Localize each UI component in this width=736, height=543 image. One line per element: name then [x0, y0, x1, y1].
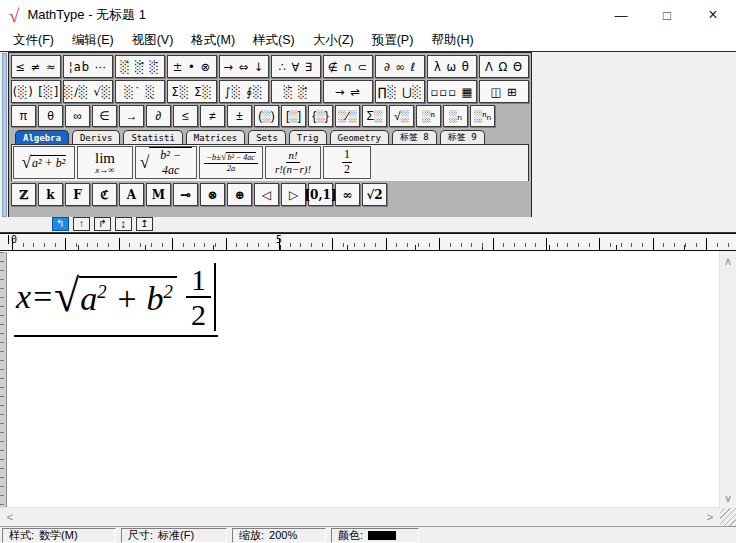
small-symbol-button[interactable]: → [119, 105, 144, 127]
user-symbol-button[interactable]: F [65, 183, 90, 206]
small-symbol-button[interactable]: Σ░ [362, 105, 387, 127]
small-symbol-button[interactable]: ≤ [173, 105, 198, 127]
status-color[interactable]: 颜色: [331, 528, 419, 543]
menu-item[interactable]: 编辑(E) [63, 30, 123, 51]
expr-combination-button[interactable]: n! r!(n−r)! [265, 146, 321, 179]
mathtype-logo-icon[interactable]: √ [9, 6, 19, 25]
small-symbol-button[interactable]: ≠ [200, 105, 225, 127]
menu-item[interactable]: 预置(P) [363, 30, 423, 51]
category-tab[interactable]: Sets [248, 130, 286, 144]
expr-sqrt-a2b2-button[interactable]: √a² + b² [13, 146, 75, 179]
small-symbol-button[interactable]: π [11, 105, 36, 127]
category-tab[interactable]: Geometry [330, 130, 389, 144]
small-symbol-button[interactable]: √░ [389, 105, 414, 127]
symbol-palette-button[interactable]: λ ω θ [427, 55, 477, 78]
template-palette-button[interactable]: ∫░ ∮░ [219, 80, 269, 103]
symbol-palette-button[interactable]: → ⇔ ↓ [219, 55, 269, 78]
tabstop-alignment-button[interactable]: ↥ [136, 217, 153, 231]
minimize-button[interactable]: — [598, 0, 644, 30]
scroll-right-icon[interactable]: > [702, 509, 718, 525]
user-symbol-button[interactable]: ▷ [281, 183, 306, 206]
category-tab[interactable]: 标签 9 [440, 130, 485, 144]
expr-limit-button[interactable]: lim x→∞ [77, 146, 133, 179]
template-palette-button[interactable]: ◫ ⊞ [479, 80, 529, 103]
small-symbol-button[interactable]: ∈ [92, 105, 117, 127]
menu-item[interactable]: 帮助(H) [422, 30, 482, 51]
user-symbol-button[interactable]: ⊸ [173, 183, 198, 206]
menu-item[interactable]: 视图(V) [123, 30, 183, 51]
small-symbol-button[interactable]: ∂ [146, 105, 171, 127]
symbol-palette-button[interactable]: ¦ab ⋯ [63, 55, 113, 78]
scroll-down-icon[interactable]: ∨ [720, 490, 736, 506]
tabstop-alignment-button[interactable]: ↑ [73, 217, 90, 231]
template-palette-button[interactable]: ∏░ ⋃░ [375, 80, 425, 103]
expr-one-half-button[interactable]: 1 2 [323, 146, 371, 179]
small-symbol-button[interactable]: ∞ [65, 105, 90, 127]
toolbar-grip-handle[interactable] [2, 53, 7, 217]
small-symbol-button[interactable]: (░) [254, 105, 279, 127]
status-zoom[interactable]: 缩放: 200% [232, 528, 326, 543]
expr-discriminant-button[interactable]: √b² − 4ac [135, 146, 197, 179]
vertical-scrollbar[interactable]: ∧ ∨ [719, 251, 736, 508]
small-symbol-button[interactable]: ░ₙ [443, 105, 468, 127]
category-tab[interactable]: Algebra [15, 130, 69, 144]
symbol-palette-button[interactable]: Λ Ω Θ [479, 55, 529, 78]
category-tab[interactable]: Trig [289, 130, 327, 144]
user-symbol-button[interactable]: M [146, 183, 171, 206]
category-tab[interactable]: Matrices [186, 130, 245, 144]
small-symbol-button[interactable]: ░∕░ [335, 105, 360, 127]
template-palette-button[interactable]: ░∕░ √░ [63, 80, 113, 103]
symbol-palette-button[interactable]: ± • ⊗ [167, 55, 217, 78]
template-palette-button[interactable]: ░˙ ░̣ [115, 80, 165, 103]
menu-item[interactable]: 文件(F) [4, 30, 63, 51]
symbol-palette-button[interactable]: ≤ ≠ ≈ [11, 55, 61, 78]
expr-quadratic-formula-button[interactable]: −b±√b² − 4ac 2a [199, 146, 263, 179]
user-symbol-button[interactable]: A [119, 183, 144, 206]
template-palette-button[interactable]: Σ░ Σ░ [167, 80, 217, 103]
menu-item[interactable]: 大小(Z) [304, 30, 363, 51]
maximize-button[interactable]: □ [644, 0, 690, 30]
small-symbol-button[interactable]: ░ⁿ [416, 105, 441, 127]
tabstop-alignment-button[interactable]: ↱ [94, 217, 111, 231]
small-symbol-button[interactable]: θ [38, 105, 63, 127]
menu-item[interactable]: 样式(S) [244, 30, 304, 51]
symbol-palette-button[interactable]: ░́ ░⃗ ░̈ [115, 55, 165, 78]
category-tab[interactable]: Statisti [123, 130, 182, 144]
small-symbol-button[interactable]: ░ⁿₙ [470, 105, 495, 127]
horizontal-scrollbar[interactable]: < > [0, 507, 720, 526]
menu-item[interactable]: 格式(M) [182, 30, 244, 51]
small-symbol-button[interactable]: {░} [308, 105, 333, 127]
equation-canvas[interactable]: x= √ a2 + b2 1 2 ∧ ∨ < > [0, 251, 736, 526]
user-symbol-button[interactable]: ∞ [335, 183, 360, 206]
small-symbol-button[interactable]: [░] [281, 105, 306, 127]
status-style[interactable]: 样式: 数学(M) [2, 528, 116, 543]
scroll-left-icon[interactable]: < [2, 509, 18, 525]
symbol-palette-button[interactable]: ∂ ∞ ℓ [375, 55, 425, 78]
user-symbol-button[interactable]: ⊗ [200, 183, 225, 206]
symbol-palette-button[interactable]: ∴ ∀ ∃ [271, 55, 321, 78]
template-palette-button[interactable]: ░̄ ░⃗ [271, 80, 321, 103]
user-symbol-button[interactable]: ℭ [92, 183, 117, 206]
tabstop-alignment-button[interactable]: ↰ [52, 217, 69, 231]
template-palette-button[interactable]: ▫▫▫ ▦ [427, 80, 477, 103]
status-size[interactable]: 尺寸: 标准(F) [121, 528, 227, 543]
user-symbol-button[interactable]: √2 [362, 183, 387, 206]
close-button[interactable]: × [690, 0, 736, 30]
tabstop-alignment-button[interactable]: ↨ [115, 217, 132, 231]
user-symbol-button[interactable]: ℤ [11, 183, 36, 206]
category-tab[interactable]: 标签 8 [392, 130, 437, 144]
horizontal-ruler[interactable]: 0 5 [0, 233, 736, 251]
user-symbol-button[interactable]: [0,1] [308, 183, 333, 206]
title-bar[interactable]: √ MathType - 无标题 1 — □ × [0, 0, 736, 30]
scroll-up-icon[interactable]: ∧ [720, 253, 736, 269]
resize-grip[interactable] [720, 508, 736, 526]
user-symbol-button[interactable]: ◁ [254, 183, 279, 206]
equation-content[interactable]: x= √ a2 + b2 1 2 [14, 261, 218, 337]
template-palette-button[interactable]: → ⇌ [323, 80, 373, 103]
symbol-palette-button[interactable]: ∉ ∩ ⊂ [323, 55, 373, 78]
template-palette-button[interactable]: (░) [░] [11, 80, 61, 103]
user-symbol-button[interactable]: ⊕ [227, 183, 252, 206]
small-symbol-button[interactable]: ± [227, 105, 252, 127]
user-symbol-button[interactable]: k [38, 183, 63, 206]
category-tab[interactable]: Derivs [72, 130, 121, 144]
